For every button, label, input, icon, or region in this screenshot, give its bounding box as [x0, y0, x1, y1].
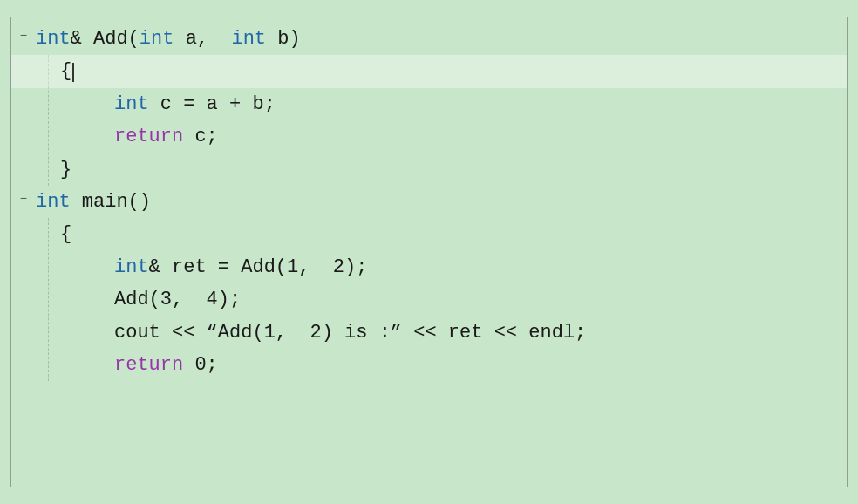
line-func-signature: − int& Add(int a, int b) — [11, 23, 847, 55]
line-cout: cout << “Add(1, 2) is :” << ret << endl; — [11, 317, 847, 349]
line-main-signature: − int main() — [11, 186, 847, 218]
line-text: { — [36, 55, 847, 87]
line-int-ret: int& ret = Add(1, 2); — [11, 251, 847, 283]
line-open-brace-1: { — [11, 55, 847, 87]
fold-icon-main[interactable]: − — [11, 186, 36, 210]
fold-icon-add[interactable]: − — [11, 23, 36, 47]
line-text: { — [36, 218, 847, 250]
line-text: int c = a + b; — [36, 88, 847, 120]
line-add-call: Add(3, 4); — [11, 283, 847, 316]
no-fold-icon — [11, 153, 36, 157]
block2-body: { int& ret = Add(1, 2); Add(3, 4); cout … — [11, 218, 847, 381]
no-fold-icon — [11, 251, 36, 255]
function-main-block: − int main() { int& ret = Add(1, 2); — [11, 186, 847, 381]
line-text: return 0; — [36, 349, 847, 381]
function-add-block: − int& Add(int a, int b) { int c = a + b… — [11, 23, 847, 186]
line-return-0: return 0; — [11, 349, 847, 381]
line-open-brace-2: { — [11, 218, 847, 250]
no-fold-icon — [11, 317, 36, 320]
cursor — [72, 63, 74, 82]
line-text: int& Add(int a, int b) — [36, 23, 847, 55]
no-fold-icon — [11, 88, 36, 92]
no-fold-icon — [11, 120, 36, 124]
code-content: − int& Add(int a, int b) { int c = a + b… — [11, 17, 847, 386]
no-fold-icon — [11, 283, 36, 287]
line-text: int main() — [36, 186, 847, 218]
line-text: int& ret = Add(1, 2); — [36, 251, 847, 283]
line-return-c: return c; — [11, 120, 847, 153]
line-text: return c; — [36, 120, 847, 153]
code-editor: − int& Add(int a, int b) { int c = a + b… — [10, 17, 848, 487]
no-fold-icon — [11, 55, 36, 58]
line-text: } — [36, 153, 847, 186]
line-int-c: int c = a + b; — [11, 88, 847, 120]
block1-body: { int c = a + b; return c; } — [11, 55, 847, 186]
no-fold-icon — [11, 349, 36, 352]
line-text: cout << “Add(1, 2) is :” << ret << endl; — [36, 317, 847, 349]
line-close-brace-1: } — [11, 153, 847, 186]
line-text: Add(3, 4); — [36, 283, 847, 316]
no-fold-icon — [11, 218, 36, 221]
